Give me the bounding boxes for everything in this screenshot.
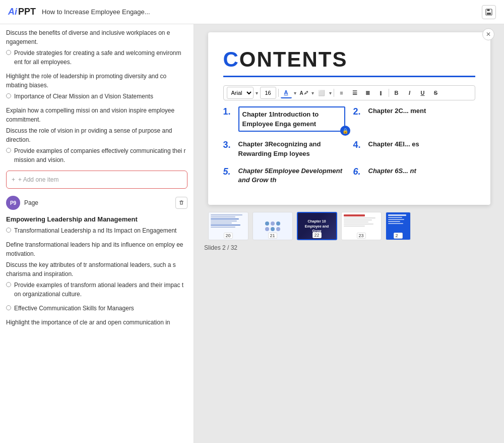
- shape-dropdown: ▾: [329, 90, 332, 96]
- chapter-1-item[interactable]: 1. Chapter 1Introduction to Employee Eng…: [223, 106, 345, 132]
- bullet-icon: [6, 228, 11, 233]
- chapters-grid: 1. Chapter 1Introduction to Employee Eng…: [223, 106, 475, 185]
- dropdown-icon: ▾: [256, 90, 258, 96]
- svg-rect-1: [487, 9, 490, 11]
- save-button[interactable]: [482, 5, 496, 19]
- bullet-icon: [6, 282, 11, 287]
- slide-wrapper: ✕ CONTENTS Arial ▾ A ▾: [208, 32, 490, 205]
- center-area: ✕ CONTENTS Arial ▾ A ▾: [194, 24, 504, 443]
- slide-canvas: CONTENTS Arial ▾ A ▾ A 🖍: [208, 32, 490, 205]
- thumbnail-21[interactable]: 21: [253, 212, 293, 240]
- font-color-button[interactable]: A: [281, 87, 292, 98]
- chapter-2-item[interactable]: 2. Chapter 2C... ment: [353, 106, 475, 132]
- close-button[interactable]: ✕: [482, 28, 494, 40]
- app-logo: Ai PPT: [8, 7, 36, 17]
- page-label: Page: [24, 199, 38, 206]
- bullet-icon: [6, 50, 11, 55]
- divider3: [389, 89, 389, 97]
- shape-button[interactable]: ⬜: [316, 87, 327, 98]
- outline-text-3: Highlight the role of leadership in prom…: [6, 72, 187, 90]
- add-item-button[interactable]: + + Add one item: [6, 171, 187, 189]
- page-indicator: P9 Page: [0, 193, 194, 213]
- chapter-6-num: 6.: [353, 167, 365, 178]
- chapter-3-num: 3.: [223, 140, 235, 151]
- title-rest: ONTENTS: [239, 47, 348, 71]
- chapter-1-num: 1.: [223, 106, 235, 118]
- thumb-num-23: 23: [356, 233, 365, 239]
- section-content: Transformational Leadership a nd Its Imp…: [0, 226, 194, 327]
- document-title: How to Increase Employee Engage...: [42, 8, 476, 16]
- logo-ppt: PPT: [18, 7, 36, 17]
- chapter-3-text: Chapter 3Recognizing and Rewarding Emp l…: [238, 140, 345, 158]
- chapter-6-text: Chapter 6S... nt: [368, 167, 416, 176]
- strikethrough-button[interactable]: S: [430, 87, 442, 98]
- thumbnail-23[interactable]: 23: [341, 212, 382, 240]
- plus-icon: +: [12, 176, 15, 183]
- align-right-button[interactable]: ≣: [362, 87, 373, 98]
- outline-text-companies: Provide examples of companies effectivel…: [14, 146, 187, 164]
- chapter-5-item[interactable]: 5. Chapter 5Employee Development and Gro…: [223, 167, 345, 185]
- chapter-1-text-box: Chapter 1Introduction to Employee Enga g…: [238, 106, 345, 132]
- outline-item-companies: Provide examples of companies effectivel…: [6, 146, 187, 167]
- chapter-2-num: 2.: [353, 106, 365, 118]
- underline-button[interactable]: U: [417, 87, 428, 98]
- outline-item-2: Provide strategies for creating a safe a…: [6, 48, 187, 69]
- highlight-button[interactable]: A 🖍: [298, 87, 309, 98]
- outline-text-5: Discuss the role of vision in pr oviding…: [6, 126, 187, 144]
- chapter-3-item[interactable]: 3. Chapter 3Recognizing and Rewarding Em…: [223, 140, 345, 158]
- logo-ai: Ai: [8, 7, 17, 17]
- thumbnail-24[interactable]: 24: [386, 212, 411, 240]
- chapter-4-num: 4.: [353, 140, 365, 151]
- font-family-select[interactable]: Arial: [227, 87, 254, 99]
- section-item-2: Provide examples of transform ational le…: [6, 281, 187, 301]
- slide-count: Slides 2 / 32: [202, 244, 237, 251]
- add-item-label: + Add one item: [18, 176, 58, 183]
- lock-icon: 🔒: [340, 126, 350, 136]
- thumbnail-22[interactable]: Chapter 10 Employee and Grow 22: [297, 212, 337, 240]
- section-title: Empowering Leadership and Management: [0, 213, 194, 226]
- outline-content: Discuss the benefits of diverse and incl…: [0, 28, 194, 167]
- outline-text-1: Discuss the benefits of diverse and incl…: [6, 28, 187, 46]
- align-center-button[interactable]: ☰: [349, 87, 360, 98]
- section-text-1: Transformational Leadership a nd Its Imp…: [14, 226, 176, 235]
- outline-text-mission: Importance of Clear Mission an d Vision …: [14, 92, 153, 101]
- chapter-5-text: Chapter 5Employee Development and Grow t…: [238, 167, 345, 185]
- divider2: [334, 89, 334, 97]
- font-color-dropdown: ▾: [294, 90, 296, 96]
- section-text-5: Effective Communication Skills for Manag…: [14, 304, 134, 313]
- chapter-4-item[interactable]: 4. Chapter 4El... es: [353, 140, 475, 158]
- bold-button[interactable]: B: [391, 87, 402, 98]
- contents-title: CONTENTS: [223, 47, 475, 72]
- section-text-6: Highlight the importance of cle ar and o…: [6, 318, 187, 327]
- title-first-letter: C: [223, 47, 239, 71]
- svg-rect-2: [487, 13, 491, 15]
- chapter-5-num: 5.: [223, 167, 235, 178]
- page-avatar: P9: [6, 196, 20, 210]
- thumb-num-21: 21: [268, 233, 277, 239]
- section-text-3: Discuss the key attributes of tr ansform…: [6, 260, 187, 279]
- delete-page-button[interactable]: [175, 197, 187, 209]
- text-toolbar: Arial ▾ A ▾ A 🖍 ▾ ⬜ ▾ ≡ ☰: [223, 85, 475, 100]
- italic-button[interactable]: I: [404, 87, 415, 98]
- bullet-icon: [6, 305, 11, 310]
- bullet-icon: [6, 93, 11, 98]
- justify-button[interactable]: ⫿: [375, 87, 387, 98]
- section-text-4: Provide examples of transform ational le…: [14, 281, 187, 299]
- thumb-num-20: 20: [223, 233, 232, 239]
- left-sidebar: Discuss the benefits of diverse and incl…: [0, 24, 194, 443]
- bullet-icon: [6, 148, 11, 153]
- thumb-num-22: 22: [312, 232, 321, 238]
- main-layout: Discuss the benefits of diverse and incl…: [0, 24, 504, 443]
- align-left-button[interactable]: ≡: [336, 87, 347, 98]
- app-header: Ai PPT How to Increase Employee Engage..…: [0, 0, 504, 24]
- divider: [278, 89, 279, 97]
- font-size-input[interactable]: [260, 87, 276, 99]
- thumbnail-20[interactable]: 20: [208, 212, 248, 240]
- highlight-dropdown: ▾: [311, 90, 314, 96]
- contents-divider: [223, 76, 475, 77]
- section-text-2: Define transformational leaders hip and …: [6, 240, 187, 258]
- chapter-2-text: Chapter 2C... ment: [368, 106, 426, 116]
- chapter-6-item[interactable]: 6. Chapter 6S... nt: [353, 167, 475, 185]
- section-item-3: Effective Communication Skills for Manag…: [6, 304, 187, 315]
- section-item-1: Transformational Leadership a nd Its Imp…: [6, 226, 187, 237]
